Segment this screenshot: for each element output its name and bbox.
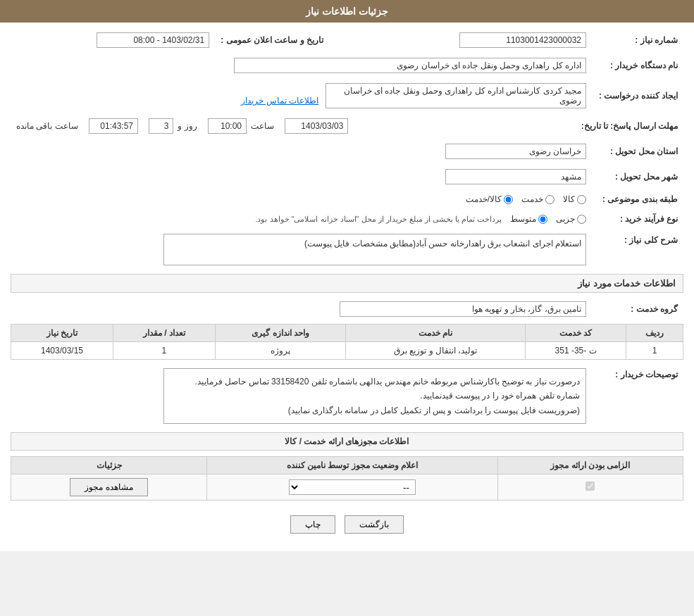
col-unit: واحد اندازه گیری [215,325,346,342]
cell-qty: 1 [113,342,216,360]
deadline-day-label: روز و [178,121,197,131]
purchase-type-jozi[interactable]: جزیی [556,214,586,224]
service-group-label: گروه خدمت : [592,298,683,320]
purchase-radio-jozi[interactable] [577,215,586,224]
buyer-org-label: نام دستگاه خریدار : [592,55,683,76]
category-radio-khedmat[interactable] [545,195,554,204]
province-label: استان محل تحویل : [592,141,683,162]
purchase-type-label: نوع فرآیند خرید : [592,211,683,227]
purchase-radio-motawaset[interactable] [538,215,547,224]
province-value: خراسان رضوی [445,144,586,159]
cell-code: ت -35- 351 [526,342,626,360]
page-header: جزئیات اطلاعات نیاز [0,0,694,23]
category-option-2[interactable]: خدمت [521,194,554,204]
city-label: شهر محل تحویل : [592,166,683,187]
cell-date: 1403/03/15 [11,342,113,360]
cell-name: تولید، انتقال و توزیع برق [346,342,526,360]
buyer-notes-line3: (ضروریست فایل پیوست را برداشت و پس از تک… [170,403,580,417]
deadline-time: 10:00 [208,118,247,134]
buyer-notes-line2: شماره تلفن همراه خود را در پیوست قیدنمای… [170,389,580,403]
creator-label: ایجاد کننده درخواست : [592,80,683,111]
print-button[interactable]: چاپ [290,515,335,534]
cell-unit: پروژه [215,342,346,360]
buyer-notes-line1: درصورت نیاز به توضیح باکارشناس مربوطه خا… [170,375,580,389]
need-number-value: 1103001423000032 [459,32,586,48]
category-label-both: کالا/خدمت [466,194,502,204]
col-name: نام خدمت [346,325,526,342]
category-radio-kala[interactable] [577,195,586,204]
perm-col-status: اعلام وضعیت مجوز توسط نامین کننده [207,457,498,474]
deadline-time-label: ساعت [251,121,274,131]
view-permit-button[interactable]: مشاهده مجوز [70,478,147,496]
purchase-label-jozi: جزیی [556,214,575,224]
col-row: ردیف [626,325,683,342]
perm-detail-cell[interactable]: مشاهده مجوز [11,474,207,501]
service-group-value: تامین برق، گاز، بخار و تهویه هوا [340,301,586,317]
buyer-notes-label: توصیحات خریدار : [592,365,683,427]
category-label-khedmat: خدمت [521,194,543,204]
description-value: استعلام اجرای انشعاب برق راهدارخانه حسن … [163,234,586,265]
col-date: تاریخ نیاز [11,325,113,342]
category-label: طبقه بندی موضوعی : [592,191,683,207]
announce-value: 1403/02/31 - 08:00 [97,32,209,48]
deadline-remaining-label: ساعت باقی مانده [16,121,78,131]
creator-value: مجید کردی کارشناس اداره کل راهداری وحمل … [326,83,586,108]
buyer-notes-box: درصورت نیاز به توضیح باکارشناس مربوطه خا… [163,368,586,424]
category-option-1[interactable]: کالا [563,194,586,204]
purchase-label-motawaset: متوسط [510,214,536,224]
services-table: ردیف کد خدمت نام خدمت واحد اندازه گیری ت… [11,324,683,360]
perm-required-checkbox [585,482,595,491]
creator-contact-link[interactable]: اطلاعات تماس خریدار [241,96,318,106]
page-title: جزئیات اطلاعات نیاز [306,6,388,17]
back-button[interactable]: بازگشت [345,515,404,534]
buyer-org-value: اداره کل راهداری وحمل ونقل جاده ای خراسا… [234,58,586,73]
perm-status-select[interactable]: -- [289,479,416,495]
deadline-remaining: 01:43:57 [89,118,138,134]
deadline-label: مهلت ارسال پاسخ: تا تاریخ: [576,115,683,137]
cell-row: 1 [626,342,683,360]
category-option-3[interactable]: کالا/خدمت [466,194,513,204]
purchase-type-motawaset[interactable]: متوسط [510,214,547,224]
need-number-label: شماره نیاز : [592,30,683,51]
purchase-type-note: پرداخت تمام یا بخشی از مبلغ خریدار از مح… [255,215,502,224]
category-radio-both[interactable] [504,195,513,204]
permissions-section-title: اطلاعات مجوزهای ارائه خدمت / کالا [11,432,683,451]
perm-status-cell[interactable]: -- [207,474,498,501]
services-section-title: اطلاعات خدمات مورد نیاز [11,274,683,293]
footer-buttons: بازگشت چاپ [11,505,683,544]
perm-required-cell [497,474,683,501]
deadline-days: 3 [149,118,173,134]
perm-col-required: الزامی بودن ارائه مجوز [497,457,683,474]
table-row: 1 ت -35- 351 تولید، انتقال و توزیع برق پ… [11,342,683,360]
city-value: مشهد [445,169,586,184]
deadline-date: 1403/03/03 [285,118,348,134]
col-qty: تعداد / مقدار [113,325,216,342]
perm-col-detail: جزئیات [11,457,207,474]
announce-label: تاریخ و ساعت اعلان عمومی : [215,30,329,51]
description-label: شرح کلی نیاز : [592,231,683,268]
category-label-kala: کالا [563,194,575,204]
col-code: کد خدمت [526,325,626,342]
permissions-table: الزامی بودن ارائه مجوز اعلام وضعیت مجوز … [11,456,683,501]
